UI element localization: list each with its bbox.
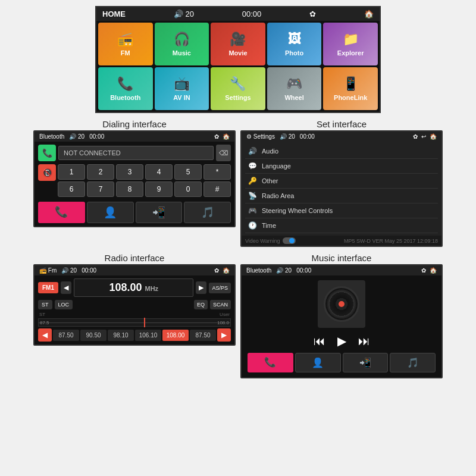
- home-tile-fm[interactable]: 📻FM: [98, 23, 153, 65]
- call-btn[interactable]: 📞: [38, 202, 85, 223]
- home-tile-explorer[interactable]: 📁Explorer: [323, 23, 378, 65]
- settings-label: Set interface: [317, 119, 367, 129]
- dial-key-8[interactable]: 8: [116, 181, 143, 197]
- settings-time: 00:00: [300, 133, 315, 140]
- music-contact-btn[interactable]: 👤: [295, 353, 341, 372]
- dialing-label: Dialing interface: [102, 119, 167, 129]
- music-brightness: ✿: [421, 267, 426, 274]
- preset-freq-0[interactable]: 87.50: [53, 330, 79, 341]
- settings-header-title: ⚙ Settings: [246, 133, 275, 140]
- preset-freq-1[interactable]: 90.50: [80, 330, 107, 341]
- dial-volume: 🔊 20: [69, 133, 84, 140]
- freq-prev-btn[interactable]: ◀: [61, 281, 71, 294]
- music-transfer-btn[interactable]: 📲: [343, 353, 389, 372]
- settings-back[interactable]: ↩: [421, 133, 426, 140]
- play-btn[interactable]: ▶: [337, 334, 346, 348]
- radio-header-title: 📻 Fm: [39, 267, 57, 274]
- home-grid: 📻FM🎧Music🎥Movie🖼Photo📁Explorer📞Bluetooth…: [96, 21, 380, 112]
- home-tile-movie[interactable]: 🎥Movie: [211, 23, 265, 65]
- radio-brightness: ✿: [214, 267, 219, 274]
- dial-key-7[interactable]: 7: [87, 181, 114, 197]
- frequency-display: 108.00 MHz: [74, 278, 193, 297]
- music-bottom: 📞 👤 📲 🎵: [248, 353, 436, 372]
- setting-item-audio[interactable]: 🔊Audio: [245, 144, 438, 159]
- dial-grid: 12345*67890#: [58, 164, 231, 197]
- loc-btn[interactable]: LOC: [55, 300, 73, 309]
- album-art: [318, 280, 365, 328]
- home-tile-wheel[interactable]: 🎮Wheel: [267, 67, 322, 110]
- preset-freq-5[interactable]: 87.50: [190, 330, 216, 341]
- home-screen: HOME 🔊 20 00:00 ✿ 🏠 📻FM🎧Music🎥Movie🖼Phot…: [95, 6, 381, 113]
- dial-header-title: Bluetooth: [39, 133, 64, 140]
- backspace-btn[interactable]: ⌫: [216, 145, 231, 161]
- aspps-btn[interactable]: AS/PS: [209, 283, 231, 293]
- bar-left-label: ST: [39, 312, 45, 317]
- setting-item-steering-wheel-controls[interactable]: 🎮Steering Wheel Controls: [245, 203, 438, 218]
- music-screen: Bluetooth 🔊 20 00:00 ✿ 🏠 ⏮ ▶: [240, 264, 443, 378]
- contact-btn[interactable]: 👤: [87, 202, 134, 223]
- settings-home[interactable]: 🏠: [430, 133, 437, 140]
- settings-screen: ⚙ Settings 🔊 20 00:00 ✿ ↩ 🏠 🔊Audio💬Langu…: [240, 130, 443, 247]
- setting-item-time[interactable]: 🕐Time: [245, 218, 438, 233]
- home-tile-phonelink[interactable]: 📱PhoneLink: [323, 67, 378, 110]
- transfer-btn[interactable]: 📲: [136, 202, 183, 223]
- preset-freq-4[interactable]: 108.00: [162, 330, 189, 341]
- home-tile-photo[interactable]: 🖼Photo: [267, 23, 322, 65]
- fm1-button[interactable]: FM1: [38, 282, 58, 293]
- bar-user-label: User: [220, 312, 230, 317]
- music-home[interactable]: 🏠: [430, 267, 437, 274]
- video-warning-label: Video Warning: [245, 238, 280, 244]
- dial-key-#[interactable]: #: [203, 181, 231, 197]
- dial-key-3[interactable]: 3: [116, 164, 143, 180]
- settings-brightness: ✿: [413, 133, 418, 140]
- phone-end-btn[interactable]: 📵: [38, 164, 56, 181]
- preset-next-btn[interactable]: ▶: [217, 328, 231, 342]
- music-time: 00:00: [296, 267, 311, 274]
- next-btn[interactable]: ⏭: [358, 334, 370, 348]
- radio-volume: 🔊 20: [61, 267, 77, 274]
- preset-prev-btn[interactable]: ◀: [38, 328, 52, 342]
- radio-presets: ◀87.5090.5098.10106.10108.0087.50▶: [38, 328, 231, 342]
- dial-brightness: ✿: [214, 133, 219, 140]
- eq-btn[interactable]: EQ: [194, 300, 208, 309]
- preset-freq-3[interactable]: 106.10: [135, 330, 161, 341]
- dial-key-5[interactable]: 5: [174, 164, 202, 180]
- setting-item-radio-area[interactable]: 📡Radio Area: [245, 189, 438, 203]
- brightness-icon: ✿: [309, 10, 316, 18]
- dial-key-1[interactable]: 1: [58, 164, 85, 180]
- prev-btn[interactable]: ⏮: [314, 334, 325, 348]
- music-label: Music interface: [312, 253, 372, 263]
- dial-key-4[interactable]: 4: [145, 164, 173, 180]
- setting-item-language[interactable]: 💬Language: [245, 159, 438, 174]
- volume-display: 🔊 20: [174, 10, 194, 18]
- radio-scale: 87.5 108.0: [38, 318, 231, 327]
- dial-home[interactable]: 🏠: [223, 133, 230, 140]
- phone-answer-btn[interactable]: 📞: [38, 145, 56, 161]
- dial-key-6[interactable]: 6: [58, 181, 85, 197]
- preset-freq-2[interactable]: 98.10: [108, 330, 134, 341]
- settings-volume: 🔊 20: [280, 133, 295, 140]
- radio-screen: 📻 Fm 🔊 20 00:00 ✿ 🏠 FM1 ◀ 108.00 MHz ▶: [33, 264, 236, 346]
- scan-btn[interactable]: SCAN: [210, 300, 231, 309]
- st-btn[interactable]: ST: [38, 300, 52, 309]
- home-tile-music[interactable]: 🎧Music: [155, 23, 209, 65]
- freq-next-btn[interactable]: ▶: [196, 281, 206, 294]
- dial-key-0[interactable]: 0: [174, 181, 202, 197]
- video-warning-toggle[interactable]: [283, 237, 296, 244]
- dial-key-2[interactable]: 2: [87, 164, 114, 180]
- home-tile-bluetooth[interactable]: 📞Bluetooth: [98, 67, 153, 110]
- dial-key-9[interactable]: 9: [145, 181, 173, 197]
- music-volume: 🔊 20: [276, 267, 292, 274]
- time-display: 00:00: [242, 10, 262, 18]
- music-header-title: Bluetooth: [246, 267, 271, 274]
- music-btn[interactable]: 🎵: [184, 202, 231, 223]
- home-tile-settings[interactable]: 🔧Settings: [211, 67, 265, 110]
- radio-time: 00:00: [82, 267, 96, 274]
- radio-home[interactable]: 🏠: [223, 267, 230, 274]
- home-icon[interactable]: 🏠: [364, 10, 374, 18]
- setting-item-other[interactable]: 🔑Other: [245, 174, 438, 189]
- dial-key-*[interactable]: *: [203, 164, 231, 180]
- music-call-btn[interactable]: 📞: [248, 353, 293, 372]
- music-note-btn[interactable]: 🎵: [390, 353, 436, 372]
- home-tile-av in[interactable]: 📺AV IN: [155, 67, 209, 110]
